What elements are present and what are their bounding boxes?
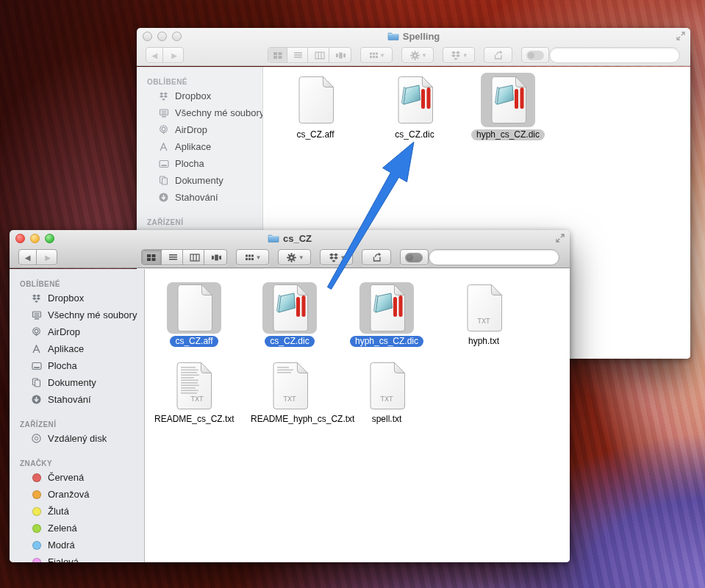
icon-view-icon[interactable]	[268, 48, 287, 62]
window-title: Spelling	[137, 28, 690, 44]
dropbox-icon	[31, 294, 42, 303]
sidebar-item-all-my-files[interactable]: Všechny mé soubory	[137, 104, 262, 121]
file-cs_CZ-dic[interactable]: cs_CZ.dic	[370, 73, 459, 140]
sidebar-item-desktop[interactable]: Plocha	[137, 155, 262, 172]
file-spell-txt[interactable]: TXT spell.txt	[342, 360, 432, 425]
sidebar-item-documents[interactable]: Dokumenty	[10, 374, 144, 391]
toolbar: ◀ ▶ ▾ ▾ ▾	[137, 44, 690, 66]
sidebar-item-applications[interactable]: Aplikace	[137, 138, 262, 155]
icon-view-icon[interactable]	[142, 250, 161, 265]
dropbox-icon	[451, 51, 461, 60]
dropbox-toolbar-button[interactable]: ▾	[320, 249, 353, 265]
file-area: cs_CZ.aff cs_CZ.dic hyph_cs_CZ.dic TXT h…	[145, 269, 570, 562]
file-label: hyph_cs_CZ.dic	[350, 336, 423, 347]
view-mode-control	[268, 47, 351, 63]
chevron-down-icon: ▾	[423, 51, 426, 59]
sidebar-item-remote-disk[interactable]: Vzdálený disk	[10, 430, 144, 447]
action-button[interactable]: ▾	[401, 47, 434, 63]
expand-arrows-icon[interactable]	[556, 234, 565, 243]
column-view-icon[interactable]	[310, 48, 329, 62]
arrange-button[interactable]: ▾	[236, 249, 269, 265]
sidebar-header-devices: ZAŘÍZENÍ	[10, 418, 144, 430]
forward-arrow-icon[interactable]: ▶	[165, 48, 182, 62]
sidebar-item-tag-yellow[interactable]: Žlutá	[10, 503, 144, 520]
window-title-text: cs_CZ	[283, 233, 312, 244]
folder-icon	[268, 234, 279, 243]
search-field[interactable]	[429, 249, 559, 265]
sidebar-item-dropbox[interactable]: Dropbox	[137, 87, 262, 104]
applications-icon	[158, 143, 169, 151]
sidebar-item-downloads[interactable]: Stahování	[137, 189, 262, 206]
file-icon-txt: TXT	[463, 284, 504, 332]
sidebar-item-tag-purple[interactable]: Fialová	[10, 553, 144, 562]
file-label: cs_CZ.aff	[170, 336, 218, 347]
expand-arrows-icon[interactable]	[676, 32, 685, 40]
sidebar-item-airdrop[interactable]: AirDrop	[10, 323, 144, 340]
file-icon-dictionary	[394, 76, 435, 124]
file-icon-dictionary	[487, 76, 529, 124]
window-title-text: Spelling	[403, 31, 440, 42]
sidebar-item-label: Zelená	[48, 523, 77, 534]
action-button[interactable]: ▾	[278, 249, 311, 265]
sidebar-item-label: Stahování	[48, 394, 91, 405]
sidebar-item-documents[interactable]: Dokumenty	[137, 172, 262, 189]
coverflow-view-icon[interactable]	[332, 48, 351, 62]
back-arrow-icon[interactable]: ◀	[19, 250, 37, 265]
file-hyph-txt[interactable]: TXT hyph.txt	[439, 282, 529, 347]
file-icon-readme-txt: TXT	[173, 362, 214, 410]
dropbox-toolbar-button[interactable]: ▾	[443, 47, 475, 63]
file-hyph_cs_CZ-dic[interactable]: hyph_cs_CZ.dic	[342, 282, 432, 347]
file-README_cs_CZ-txt[interactable]: TXT README_cs_CZ.txt	[148, 360, 238, 425]
file-README_hyph_cs_CZ-txt[interactable]: TXT README_hyph_cs_CZ.txt	[245, 360, 334, 425]
sidebar-item-downloads[interactable]: Stahování	[10, 391, 144, 408]
search-input[interactable]	[439, 252, 553, 262]
file-cs_CZ-dic[interactable]: cs_CZ.dic	[245, 282, 334, 347]
tag-dot-purple-icon	[32, 558, 41, 563]
file-cs_CZ-aff[interactable]: cs_CZ.aff	[271, 73, 360, 140]
share-button[interactable]	[484, 47, 512, 63]
sidebar-item-label: Všechny mé soubory	[48, 309, 137, 320]
list-view-icon[interactable]	[290, 48, 309, 62]
window-title: cs_CZ	[10, 230, 570, 246]
sidebar-item-applications[interactable]: Aplikace	[10, 340, 144, 357]
arrange-button[interactable]: ▾	[360, 47, 393, 63]
sidebar-item-dropbox[interactable]: Dropbox	[10, 290, 144, 306]
file-hyph_cs_CZ-dic[interactable]: hyph_cs_CZ.dic	[463, 73, 553, 140]
arrange-grid-icon	[369, 51, 379, 60]
sidebar-item-label: AirDrop	[175, 124, 207, 135]
file-label: hyph_cs_CZ.dic	[471, 129, 545, 140]
sidebar-header-tags: ZNAČKY	[10, 457, 144, 469]
list-view-icon[interactable]	[164, 250, 183, 265]
dropbox-icon	[158, 92, 169, 101]
sidebar-item-label: Fialová	[48, 556, 79, 562]
sidebar-item-tag-red[interactable]: Červená	[10, 469, 144, 486]
sidebar-item-label: Všechny mé soubory	[175, 107, 263, 118]
file-cs_CZ-aff[interactable]: cs_CZ.aff	[149, 282, 239, 347]
sidebar-item-tag-blue[interactable]: Modrá	[10, 537, 144, 553]
sidebar-item-desktop[interactable]: Plocha	[10, 357, 144, 374]
sidebar-item-airdrop[interactable]: AirDrop	[137, 121, 262, 138]
titlebar[interactable]: Spelling	[137, 28, 690, 44]
coverflow-view-icon[interactable]	[207, 250, 226, 265]
airdrop-icon	[31, 327, 42, 337]
tags-toggle-button[interactable]	[400, 249, 429, 265]
back-arrow-icon[interactable]: ◀	[146, 48, 163, 62]
sidebar-item-all-my-files[interactable]: Všechny mé soubory	[10, 306, 144, 323]
column-view-icon[interactable]	[185, 250, 204, 265]
chevron-down-icon: ▾	[463, 51, 467, 59]
sidebar-item-label: Stahování	[175, 192, 218, 203]
finder-window-cs_CZ: cs_CZ ◀ ▶ ▾ ▾	[10, 230, 570, 562]
sidebar-section-favorites: OBLÍBENÉ Dropbox Všechny mé soubory AirD…	[137, 76, 262, 206]
titlebar[interactable]: cs_CZ	[10, 230, 570, 246]
tags-toggle-button[interactable]	[521, 47, 549, 63]
svg-text:TXT: TXT	[476, 318, 490, 325]
sidebar-item-tag-orange[interactable]: Oranžová	[10, 486, 144, 503]
forward-arrow-icon[interactable]: ▶	[39, 250, 57, 265]
window-chrome: cs_CZ ◀ ▶ ▾ ▾	[10, 230, 570, 268]
sidebar-item-tag-green[interactable]: Zelená	[10, 520, 144, 537]
search-field[interactable]	[549, 47, 680, 63]
svg-text:TXT: TXT	[282, 395, 296, 403]
chevron-down-icon: ▾	[341, 254, 345, 261]
share-button[interactable]	[362, 249, 390, 265]
search-input[interactable]	[559, 50, 673, 60]
